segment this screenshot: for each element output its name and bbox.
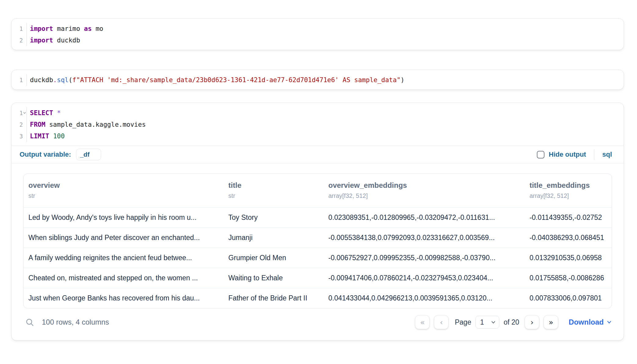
download-button[interactable]: Download <box>569 318 612 326</box>
page-select[interactable]: 1 <box>475 316 499 329</box>
cell-overview: Led by Woody, Andy's toys live happily i… <box>24 207 224 228</box>
column-name: overview <box>28 181 224 190</box>
page-count: of 20 <box>504 318 519 326</box>
table-footer-left: 100 rows, 4 columns <box>23 318 109 327</box>
token: import <box>30 25 53 32</box>
code-line: 1 duckdb.sql(f"ATTACH 'md:_share/sample_… <box>12 74 624 86</box>
token: as <box>84 25 92 32</box>
fold-chevron-down-icon[interactable] <box>23 111 27 115</box>
search-button[interactable] <box>25 318 35 327</box>
token: FROM <box>30 121 46 128</box>
page-select-value: 1 <box>480 318 484 326</box>
cell-overview-embeddings: -0.006752927,0.099952355,-0.009982588,-0… <box>323 248 525 268</box>
cell-actions: Hide output sql <box>537 149 612 160</box>
prev-page-button[interactable]: ‹ <box>434 315 449 329</box>
code-editor-sql[interactable]: 1 SELECT * 2 FROM sample_data.kaggle.mov… <box>12 103 624 146</box>
code-editor-imports[interactable]: 1 import marimo as mo 2 import duckdb <box>12 19 624 50</box>
table-row: When siblings Judy and Peter discover an… <box>24 228 612 248</box>
sql-cell: 1 SELECT * 2 FROM sample_data.kaggle.mov… <box>11 103 624 340</box>
cell-overview: A family wedding reignites the ancient f… <box>24 248 224 268</box>
code-text: SELECT * <box>27 107 61 119</box>
cell-title-embeddings: 0.01755858,-0.0086286 <box>525 268 612 288</box>
cell-overview: Cheated on, mistreated and stepped on, t… <box>24 268 224 288</box>
results-table: overview str title str overview_embeddin… <box>23 173 612 308</box>
column-name: title <box>228 181 323 190</box>
line-number: 1 <box>12 74 27 86</box>
cell-title: Toy Story <box>224 207 323 228</box>
cell-overview: When siblings Judy and Peter discover an… <box>24 228 224 248</box>
column-header-title[interactable]: title str <box>224 174 323 207</box>
table-row: Just when George Banks has recovered fro… <box>24 288 612 308</box>
output-variable-label: Output variable: <box>20 151 71 158</box>
token: ( <box>68 76 72 84</box>
cell-overview-embeddings: -0.009417406,0.07860214,-0.023279453,0.0… <box>323 268 525 288</box>
code-cell-imports: 1 import marimo as mo 2 import duckdb <box>11 18 624 50</box>
next-page-button[interactable]: › <box>525 315 539 329</box>
cell-title: Father of the Bride Part II <box>224 288 323 308</box>
token: sql <box>57 76 69 84</box>
column-type: str <box>28 192 224 199</box>
token: f"ATTACH 'md:_share/sample_data/23b0d623… <box>72 76 401 84</box>
code-line: 1 SELECT * <box>12 107 624 119</box>
code-text: import marimo as mo <box>27 23 103 35</box>
column-name: overview_embeddings <box>328 181 525 190</box>
output-variable-group: Output variable: <box>20 149 101 160</box>
column-type: array[f32, 512] <box>530 192 612 199</box>
column-type: str <box>228 192 323 199</box>
vertical-divider <box>594 149 594 160</box>
token: import <box>30 37 53 44</box>
code-line: 1 import marimo as mo <box>12 23 624 35</box>
token: SELECT <box>30 109 53 117</box>
token: LIMIT <box>30 133 49 140</box>
last-page-button[interactable]: » <box>544 315 558 329</box>
cell-language-badge[interactable]: sql <box>602 151 612 158</box>
first-page-button[interactable]: « <box>415 315 430 329</box>
output-variable-bar: Output variable: Hide output sql <box>12 146 624 163</box>
table-footer: 100 rows, 4 columns « ‹ Page 1 of 20 › »… <box>23 315 612 329</box>
search-icon <box>25 318 35 327</box>
rows-summary: 100 rows, 4 columns <box>42 318 109 326</box>
code-cell-attach: 1 duckdb.sql(f"ATTACH 'md:_share/sample_… <box>11 70 624 90</box>
table-row: Cheated on, mistreated and stepped on, t… <box>24 268 612 288</box>
hide-output-label[interactable]: Hide output <box>549 151 586 158</box>
cell-title-embeddings: -0.011439355,-0.02752 <box>525 207 612 228</box>
code-line: 2 FROM sample_data.kaggle.movies <box>12 119 624 130</box>
token <box>49 133 53 140</box>
token: duckdb <box>53 37 80 44</box>
line-number: 2 <box>12 119 27 130</box>
hide-output-checkbox[interactable] <box>537 151 544 158</box>
download-label: Download <box>569 318 604 326</box>
token: sample_data.kaggle.movies <box>46 121 146 128</box>
code-editor-attach[interactable]: 1 duckdb.sql(f"ATTACH 'md:_share/sample_… <box>12 70 624 89</box>
column-header-title-embeddings[interactable]: title_embeddings array[f32, 512] <box>525 174 612 207</box>
table-row: Led by Woody, Andy's toys live happily i… <box>24 207 612 228</box>
output-variable-input[interactable] <box>76 149 101 160</box>
column-header-overview-embeddings[interactable]: overview_embeddings array[f32, 512] <box>323 174 525 207</box>
code-text: import duckdb <box>27 35 80 46</box>
code-text: duckdb.sql(f"ATTACH 'md:_share/sample_da… <box>27 74 404 86</box>
code-text: FROM sample_data.kaggle.movies <box>27 119 146 130</box>
cell-overview-embeddings: 0.041433044,0.042966213,0.0039591365,0.0… <box>323 288 525 308</box>
cell-output: overview str title str overview_embeddin… <box>12 163 624 340</box>
line-number: 1 <box>12 107 27 119</box>
line-number: 2 <box>12 35 27 46</box>
cell-title-embeddings: -0.040386293,0.068451 <box>525 228 612 248</box>
cell-title-embeddings: 0.0132910535,0.06958 <box>525 248 612 268</box>
cell-title: Grumpier Old Men <box>224 248 323 268</box>
token: marimo <box>53 25 84 32</box>
token: * <box>57 109 61 117</box>
token <box>53 109 57 117</box>
token: 100 <box>53 133 65 140</box>
code-line: 3 LIMIT 100 <box>12 130 624 142</box>
cell-title: Waiting to Exhale <box>224 268 323 288</box>
column-header-overview[interactable]: overview str <box>24 174 224 207</box>
column-type: array[f32, 512] <box>328 192 525 199</box>
token: duckdb <box>30 76 53 84</box>
line-number: 1 <box>12 23 27 35</box>
cell-overview: Just when George Banks has recovered fro… <box>24 288 224 308</box>
cell-title-embeddings: 0.007833006,0.097801 <box>525 288 612 308</box>
chevron-down-icon <box>491 320 496 325</box>
cell-overview-embeddings: -0.0055384138,0.07992093,0.023316627,0.0… <box>323 228 525 248</box>
token: mo <box>92 25 103 32</box>
token: . <box>53 76 57 84</box>
